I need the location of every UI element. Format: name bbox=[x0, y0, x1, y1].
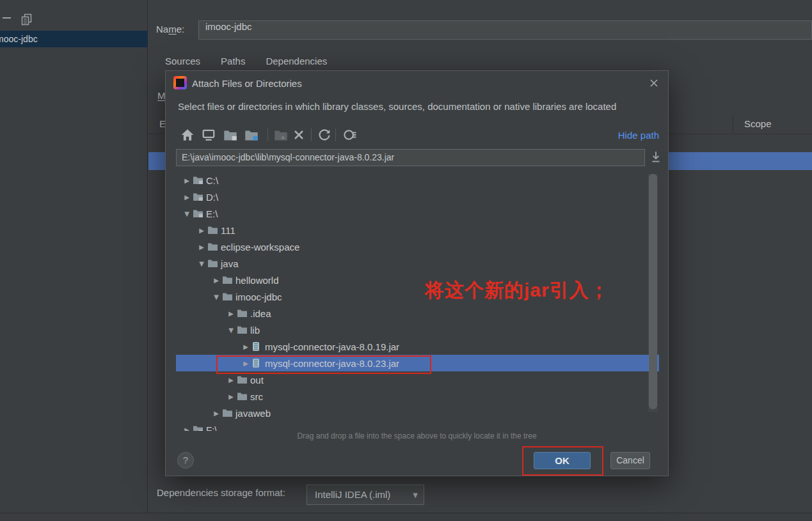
tree-item-label: C:\ bbox=[206, 175, 218, 186]
storage-format-label: Dependencies storage format: bbox=[157, 487, 285, 498]
tree-item-label: javaweb bbox=[235, 408, 271, 419]
project-directory-icon[interactable] bbox=[244, 128, 259, 141]
tree-item-eclipse-workspace[interactable]: ▶eclipse-workspace bbox=[176, 238, 659, 255]
tree-item-f[interactable]: ▶F:\ bbox=[176, 421, 659, 431]
chevron-collapsed-icon[interactable]: ▶ bbox=[181, 194, 193, 201]
hide-path-link[interactable]: Hide path bbox=[618, 130, 659, 141]
toolbar-separator bbox=[335, 128, 336, 141]
chevron-expanded-icon[interactable]: ▼ bbox=[196, 260, 207, 267]
chevron-collapsed-icon[interactable]: ▶ bbox=[181, 426, 193, 432]
tab-sources[interactable]: Sources bbox=[165, 56, 200, 66]
attach-files-dialog: Attach Files or Directories Select files… bbox=[165, 70, 669, 476]
tree-item-label: 111 bbox=[221, 225, 235, 236]
annotation-box-ok-button bbox=[522, 446, 603, 476]
close-icon[interactable] bbox=[648, 77, 660, 89]
remove-library-icon[interactable] bbox=[3, 17, 11, 19]
chevron-expanded-icon[interactable]: ▼ bbox=[211, 293, 222, 300]
tree-item-label: imooc-jdbc bbox=[235, 292, 282, 302]
tree-item-c[interactable]: ▶C:\ bbox=[176, 172, 659, 189]
chevron-expanded-icon[interactable]: ▼ bbox=[181, 210, 193, 217]
tab-paths[interactable]: Paths bbox=[221, 56, 245, 66]
delete-icon[interactable] bbox=[292, 128, 306, 141]
drive-icon bbox=[193, 424, 204, 431]
desktop-icon[interactable] bbox=[202, 128, 216, 141]
tree-item-e[interactable]: ▼E:\ bbox=[176, 205, 659, 222]
window-bottom-strip bbox=[0, 513, 812, 521]
tree-item-.idea[interactable]: ▶.idea bbox=[176, 305, 659, 322]
dialog-title: Attach Files or Directories bbox=[192, 78, 302, 89]
tree-item-label: .idea bbox=[250, 308, 271, 319]
name-label: Name: bbox=[156, 24, 184, 35]
column-divider bbox=[733, 114, 733, 134]
folder-icon bbox=[237, 325, 248, 335]
paste-path-icon[interactable] bbox=[649, 150, 662, 164]
scope-column-header: Scope bbox=[744, 118, 772, 129]
folder-icon bbox=[237, 391, 248, 401]
tree-item-label: java bbox=[221, 258, 239, 269]
chevron-collapsed-icon[interactable]: ▶ bbox=[196, 227, 207, 234]
file-path-input[interactable]: E:\java\imooc-jdbc\lib\mysql-connector-j… bbox=[176, 149, 645, 166]
tree-item-java[interactable]: ▼java bbox=[176, 255, 659, 272]
tree-item-label: F:\ bbox=[206, 424, 218, 432]
tree-item-d[interactable]: ▶D:\ bbox=[176, 189, 659, 205]
tree-item-src[interactable]: ▶src bbox=[176, 388, 659, 405]
new-folder-icon bbox=[274, 128, 288, 141]
annotation-box-selected-jar bbox=[216, 355, 431, 374]
tree-item-label: helloworld bbox=[235, 275, 279, 286]
chevron-collapsed-icon[interactable]: ▶ bbox=[240, 343, 251, 350]
library-name-input[interactable]: imooc-jdbc bbox=[198, 20, 812, 40]
drag-drop-hint: Drag and drop a file into the space abov… bbox=[166, 432, 668, 440]
chevron-expanded-icon[interactable]: ▼ bbox=[225, 327, 237, 334]
folder-icon bbox=[207, 258, 219, 268]
home-icon[interactable] bbox=[180, 128, 195, 141]
intellij-logo-icon bbox=[173, 76, 187, 89]
cancel-button[interactable]: Cancel bbox=[610, 452, 650, 469]
tab-dependencies[interactable]: Dependencies bbox=[266, 56, 327, 66]
library-item-label: imooc-jdbc bbox=[0, 31, 148, 47]
tree-item-label: lib bbox=[250, 325, 260, 336]
folder-icon bbox=[207, 225, 219, 235]
drive-icon bbox=[193, 208, 204, 219]
tree-item-mysql-connector-java-8.0.19.jar[interactable]: ▶mysql-connector-java-8.0.19.jar bbox=[176, 338, 659, 355]
chevron-collapsed-icon[interactable]: ▶ bbox=[211, 277, 222, 284]
folder-icon bbox=[207, 242, 219, 252]
library-list-panel: imooc-jdbc bbox=[0, 0, 148, 513]
tree-item-label: E:\ bbox=[206, 208, 218, 219]
tree-item-lib[interactable]: ▼lib bbox=[176, 322, 659, 338]
chevron-collapsed-icon[interactable]: ▶ bbox=[181, 177, 193, 184]
dialog-subtitle: Select files or directories in which lib… bbox=[178, 101, 616, 112]
chevron-down-icon: ▼ bbox=[413, 486, 418, 505]
tree-item-label: out bbox=[250, 375, 264, 385]
tree-item-label: mysql-connector-java-8.0.19.jar bbox=[265, 341, 399, 352]
storage-format-select[interactable]: IntelliJ IDEA (.iml) ▼ bbox=[306, 485, 424, 505]
clipped-module-label: M bbox=[157, 90, 166, 101]
chevron-collapsed-icon[interactable]: ▶ bbox=[225, 377, 237, 384]
chevron-collapsed-icon[interactable]: ▶ bbox=[225, 310, 237, 317]
chevron-collapsed-icon[interactable]: ▶ bbox=[196, 244, 207, 251]
chevron-collapsed-icon[interactable]: ▶ bbox=[211, 410, 222, 417]
drive-icon bbox=[193, 192, 204, 202]
copy-icon[interactable] bbox=[21, 13, 32, 26]
folder-icon bbox=[237, 308, 248, 318]
chevron-collapsed-icon[interactable]: ▶ bbox=[225, 393, 237, 400]
annotation-text: 将这个新的jar引入； bbox=[425, 277, 609, 304]
tree-item-label: D:\ bbox=[206, 192, 218, 203]
tree-scrollbar[interactable] bbox=[648, 174, 658, 412]
folder-icon bbox=[222, 275, 234, 285]
folder-icon bbox=[222, 408, 234, 418]
jar-icon bbox=[251, 341, 263, 352]
tree-item-111[interactable]: ▶111 bbox=[176, 222, 659, 238]
drive-icon bbox=[193, 175, 204, 185]
tree-item-label: eclipse-workspace bbox=[221, 242, 299, 253]
storage-format-value: IntelliJ IDEA (.iml) bbox=[315, 489, 390, 500]
module-directory-icon[interactable] bbox=[223, 128, 237, 141]
refresh-icon[interactable] bbox=[317, 128, 331, 141]
tree-item-javaweb[interactable]: ▶javaweb bbox=[176, 405, 659, 421]
library-item-imooc-jdbc[interactable]: imooc-jdbc bbox=[0, 31, 148, 47]
help-button[interactable]: ? bbox=[177, 452, 194, 469]
tree-scrollbar-thumb[interactable] bbox=[649, 174, 657, 409]
toolbar-separator bbox=[311, 128, 312, 141]
show-hidden-icon[interactable] bbox=[343, 128, 357, 141]
folder-icon bbox=[222, 292, 234, 302]
library-tabs: Sources Paths Dependencies bbox=[165, 56, 327, 66]
